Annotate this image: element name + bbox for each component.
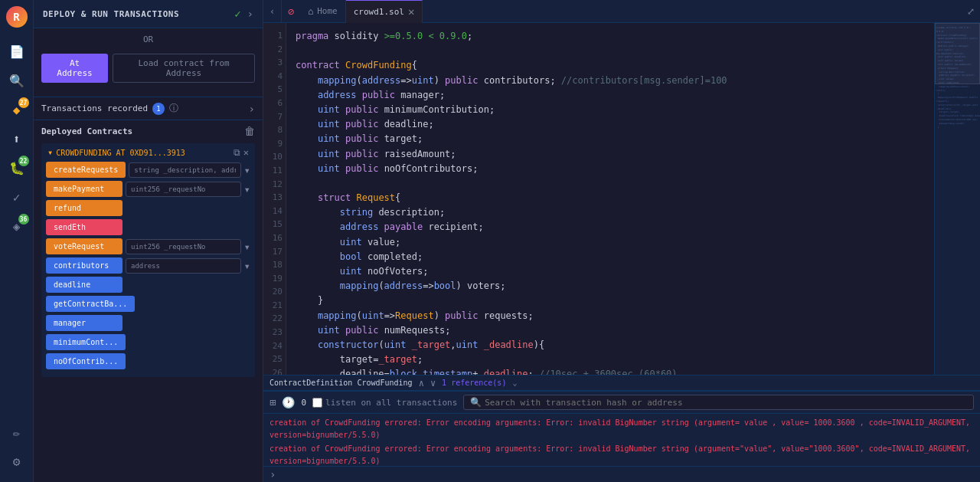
makePayment-input[interactable] xyxy=(126,182,241,197)
func-row-sendEth: sendEth xyxy=(46,219,250,235)
refund-button[interactable]: refund xyxy=(46,200,122,216)
home-icon: ⌂ xyxy=(308,6,313,17)
main-content: ‹ ⊘ ⌂ Home crowd1.sol ✕ ⤢ 12345 678910 1… xyxy=(263,0,980,482)
editor-and-minimap: 12345 678910 1112131415 1617181920 21222… xyxy=(263,23,980,375)
contributors-chevron-icon[interactable]: ▾ xyxy=(244,260,250,272)
createRequests-input[interactable] xyxy=(129,162,240,178)
deployed-header: Deployed Contracts 🗑 xyxy=(41,125,255,137)
listen-toggle[interactable] xyxy=(312,398,322,408)
bottom-clock-icon[interactable]: 🕐 xyxy=(282,396,295,408)
tx-search-input[interactable] xyxy=(485,398,967,408)
solidity-badge: 27 xyxy=(18,97,29,108)
func-row-makePayment: makePayment ▾ xyxy=(46,181,250,197)
check-icon: ✓ xyxy=(234,8,240,20)
voteRequest-chevron-icon[interactable]: ▾ xyxy=(244,241,250,253)
contract-item-header: ▾ CROWDFUNDING AT 0XD91...3913 ⧉ ✕ xyxy=(41,143,255,162)
plugin-badge: 36 xyxy=(18,214,29,225)
app-logo: R xyxy=(6,6,28,28)
files-icon[interactable]: 📄 xyxy=(5,39,29,64)
edit-icon[interactable]: ✏ xyxy=(5,420,29,444)
tab-crowd1[interactable]: crowd1.sol ✕ xyxy=(346,0,423,23)
func-row-voteRequest: voteRequest ▾ xyxy=(46,238,250,254)
makePayment-button[interactable]: makePayment xyxy=(46,181,122,197)
func-row-createRequests: createRequests ▾ xyxy=(46,162,250,178)
status-def: ContractDefinition CrowdFunding xyxy=(270,379,413,387)
listen-checkbox: listen on all transactions xyxy=(312,398,457,408)
debug-badge: 22 xyxy=(18,156,29,166)
at-address-section: At Address Load contract from Address xyxy=(34,51,263,97)
tab-crowd1-label: crowd1.sol xyxy=(354,7,404,17)
log-entry-2: creation of CrowdFunding errored: Error … xyxy=(270,443,974,466)
or-divider: OR xyxy=(34,28,263,51)
expand-editor-icon[interactable]: ⤢ xyxy=(962,0,980,23)
status-nav-icon: ⌄ xyxy=(512,379,517,387)
func-row-refund: refund xyxy=(46,200,250,216)
at-address-button[interactable]: At Address xyxy=(41,54,108,83)
tab-home-label: Home xyxy=(317,6,338,16)
tab-bar: ‹ ⊘ ⌂ Home crowd1.sol ✕ ⤢ xyxy=(263,0,980,23)
tab-home[interactable]: ⌂ Home xyxy=(300,0,346,23)
copy-icon[interactable]: ⧉ xyxy=(234,147,240,158)
createRequests-chevron-icon[interactable]: ▾ xyxy=(244,164,250,176)
trash-icon[interactable]: 🗑 xyxy=(244,125,255,137)
plugin-icon[interactable]: ◈ 36 xyxy=(5,214,29,238)
nav-arrow-up[interactable]: ∧ xyxy=(419,378,424,389)
mini-map: pragma solidity >=0.5.0 < 0.9.0; contrac… xyxy=(934,23,980,375)
deploy-header-right: ✓ › xyxy=(234,8,253,20)
manager-button[interactable]: manager xyxy=(46,315,122,331)
tx-label: Transactions recorded 1 ⓘ xyxy=(41,102,178,115)
expand-icon[interactable]: › xyxy=(247,8,253,20)
load-contract-button[interactable]: Load contract from Address xyxy=(113,54,255,83)
noOfContrib-button[interactable]: noOfContrib... xyxy=(46,353,126,369)
tx-chevron-icon[interactable]: › xyxy=(249,103,255,115)
status-ref[interactable]: 1 reference(s) xyxy=(442,379,506,387)
error-indicator: ⊘ xyxy=(282,0,300,23)
deadline-button[interactable]: deadline xyxy=(46,277,122,293)
mini-map-content: pragma solidity >=0.5.0 < 0.9.0; contrac… xyxy=(935,23,980,375)
code-editor: 12345 678910 1112131415 1617181920 21222… xyxy=(263,23,934,375)
test-icon[interactable]: ✓ xyxy=(5,185,29,209)
makePayment-chevron-icon[interactable]: ▾ xyxy=(244,183,250,195)
deployed-contracts-section: Deployed Contracts 🗑 ▾ CROWDFUNDING AT 0… xyxy=(34,120,263,386)
func-row-noOfContrib: noOfContrib... xyxy=(46,353,250,369)
solidity-icon[interactable]: ◆ 27 xyxy=(5,97,29,122)
contributors-input[interactable] xyxy=(126,258,241,274)
sendEth-button[interactable]: sendEth xyxy=(46,219,122,235)
log-entry-1: creation of CrowdFunding errored: Error … xyxy=(270,417,974,441)
deploy-icon[interactable]: ⬆ xyxy=(5,126,29,151)
search-bar: 🔍 xyxy=(463,395,974,410)
voteRequest-input[interactable] xyxy=(126,239,241,254)
bottom-panel: ⊞ 🕐 0 listen on all transactions 🔍 creat… xyxy=(263,390,980,482)
contract-chevron-icon[interactable]: ▾ xyxy=(47,147,53,158)
address-buttons: At Address Load contract from Address xyxy=(41,54,255,83)
minimumCont-button[interactable]: minimumCont... xyxy=(46,334,126,350)
code-content[interactable]: pragma solidity >=0.5.0 < 0.9.0; contrac… xyxy=(286,23,934,375)
settings-icon[interactable]: ⚙ xyxy=(5,449,29,474)
info-icon[interactable]: ⓘ xyxy=(169,102,178,115)
func-row-minimumCont: minimumCont... xyxy=(46,334,250,350)
getContractBa-button[interactable]: getContractBa... xyxy=(46,296,135,312)
func-row-getContractBa: getContractBa... xyxy=(46,296,250,312)
search-icon[interactable]: 🔍 xyxy=(5,68,29,93)
nav-arrow-down[interactable]: ∨ xyxy=(430,378,436,389)
expand-bottom-icon[interactable]: › xyxy=(270,468,276,480)
line-numbers: 12345 678910 1112131415 1617181920 21222… xyxy=(263,23,286,375)
search-icon-bottom: 🔍 xyxy=(470,397,482,408)
deploy-title: DEPLOY & RUN TRANSACTIONS xyxy=(43,9,179,19)
contributors-button[interactable]: contributors xyxy=(46,257,122,274)
log-area: creation of CrowdFunding errored: Error … xyxy=(263,414,980,466)
debug-icon[interactable]: 🐛 22 xyxy=(5,156,29,180)
func-row-deadline: deadline xyxy=(46,277,250,293)
tab-close-icon[interactable]: ✕ xyxy=(408,5,414,18)
tx-count-badge: 1 xyxy=(152,103,165,115)
contract-name: CROWDFUNDING AT 0XD91...3913 xyxy=(56,149,230,157)
bottom-expand-icon[interactable]: ⊞ xyxy=(270,396,276,408)
tx-count-display: 0 xyxy=(301,398,306,408)
voteRequest-button[interactable]: voteRequest xyxy=(46,238,122,254)
createRequests-button[interactable]: createRequests xyxy=(46,162,126,178)
tab-prev-icon[interactable]: ‹ xyxy=(263,0,282,23)
function-list: createRequests ▾ makePayment ▾ refund se… xyxy=(41,162,255,377)
transactions-section: Transactions recorded 1 ⓘ › xyxy=(34,97,263,120)
contract-close-icon[interactable]: ✕ xyxy=(243,147,249,158)
bottom-toolbar: ⊞ 🕐 0 listen on all transactions 🔍 xyxy=(263,392,980,414)
